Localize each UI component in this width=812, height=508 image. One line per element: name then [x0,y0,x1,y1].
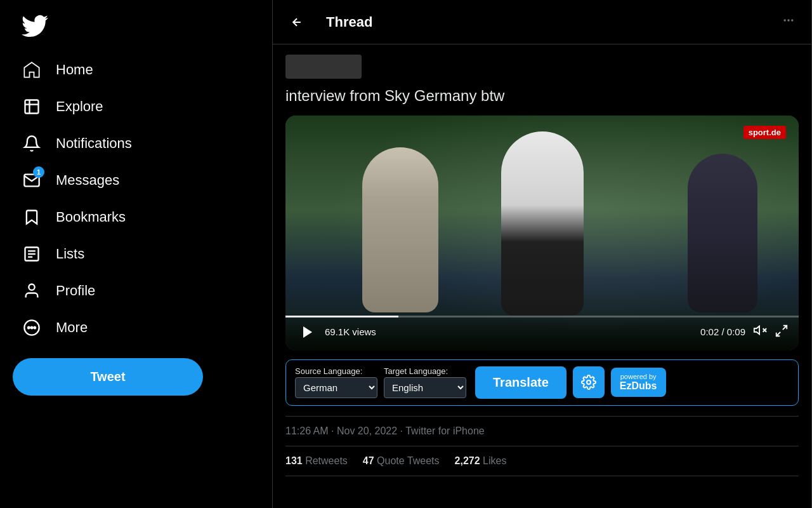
play-icon [303,326,312,338]
thread-header: Thread [273,0,811,44]
video-player[interactable]: sport.de 69.1K views 0:02 / 0:09 [285,116,799,351]
tweet-body: interview from Sky Germany btw sport.de [273,44,811,476]
person-icon [22,281,42,301]
sidebar-item-profile[interactable]: Profile [13,273,259,309]
explore-label: Explore [56,98,103,115]
main-content: Thread interview from Sky Germany btw [273,0,812,508]
target-language-label: Target Language: [384,366,466,376]
explore-icon [22,97,42,117]
more-icon [22,318,42,338]
svg-point-16 [791,19,793,21]
video-controls: 69.1K views 0:02 / 0:09 [285,314,799,351]
translate-button[interactable]: Translate [475,366,566,399]
tweet-date: Nov 20, 2022 [337,425,397,436]
svg-point-11 [31,327,33,329]
tweet-button[interactable]: Tweet [13,358,203,396]
bookmarks-label: Bookmarks [56,209,126,225]
target-language-select[interactable]: English German French Spanish [384,377,466,398]
ezdubs-badge[interactable]: powered by EzDubs [611,368,666,397]
video-time: 0:02 / 0:09 [700,326,745,337]
sidebar-item-bookmarks[interactable]: Bookmarks [13,199,259,235]
lists-icon [22,244,42,264]
sky-logo: sport.de [743,126,786,139]
svg-point-10 [28,327,30,329]
home-label: Home [56,62,93,78]
tweet-meta: 11:26 AM · Nov 20, 2022 · Twitter for iP… [285,416,799,446]
back-button[interactable] [285,11,308,34]
sidebar-item-explore[interactable]: Explore [13,89,259,124]
source-language-select[interactable]: German English French Spanish [295,377,377,398]
svg-line-20 [783,325,787,329]
views-count: 69.1K views [325,326,376,337]
target-language-group: Target Language: English German French S… [384,366,466,398]
svg-point-15 [787,19,789,21]
sidebar: Home Explore Notifications 1 [0,0,273,508]
retweets-stat[interactable]: 131 Retweets [285,455,348,467]
person-right [688,154,757,312]
user-bar [285,55,799,79]
svg-point-14 [784,19,786,21]
tweet-time: 11:26 AM [285,425,329,436]
volume-button[interactable] [753,323,767,340]
home-icon [22,60,42,80]
sidebar-item-lists[interactable]: Lists [13,236,259,272]
user-avatar-placeholder [285,55,362,79]
tweet-text: interview from Sky Germany btw [285,85,799,107]
lists-label: Lists [56,246,84,262]
fullscreen-button[interactable] [775,324,789,340]
source-language-group: Source Language: German English French S… [295,366,377,398]
twitter-logo[interactable] [13,6,259,52]
svg-point-12 [34,327,36,329]
quote-tweets-stat[interactable]: 47 Quote Tweets [363,455,440,467]
sidebar-item-home[interactable]: Home [13,52,259,88]
more-options-button[interactable] [778,10,799,34]
bell-icon [22,133,42,154]
notifications-label: Notifications [56,135,132,152]
messages-label: Messages [56,172,119,189]
sidebar-item-messages[interactable]: 1 Messages [13,163,259,198]
person-center [501,131,584,316]
messages-badge: 1 [33,166,44,178]
sidebar-item-more[interactable]: More [13,310,259,345]
thread-title: Thread [326,14,372,30]
tweet-platform: Twitter for iPhone [405,425,485,436]
svg-point-8 [29,284,34,290]
translate-bar: Source Language: German English French S… [285,359,799,406]
likes-stat[interactable]: 2,272 Likes [455,455,507,467]
person-left [362,147,438,312]
translate-settings-button[interactable] [573,366,605,398]
svg-point-22 [587,380,591,384]
sidebar-item-notifications[interactable]: Notifications [13,126,259,161]
video-thumbnail: sport.de 69.1K views 0:02 / 0:09 [285,116,799,351]
more-label: More [56,319,88,336]
tweet-stats: 131 Retweets 47 Quote Tweets 2,272 Likes [285,446,799,476]
ezdubs-powered-label: powered by [620,373,657,380]
profile-label: Profile [56,283,95,299]
svg-rect-1 [25,100,39,114]
svg-line-21 [776,331,780,335]
ezdubs-name: EzDubs [620,380,657,392]
svg-marker-17 [754,326,759,335]
play-button[interactable] [296,321,317,343]
bookmark-icon [22,207,42,227]
source-language-label: Source Language: [295,366,377,376]
